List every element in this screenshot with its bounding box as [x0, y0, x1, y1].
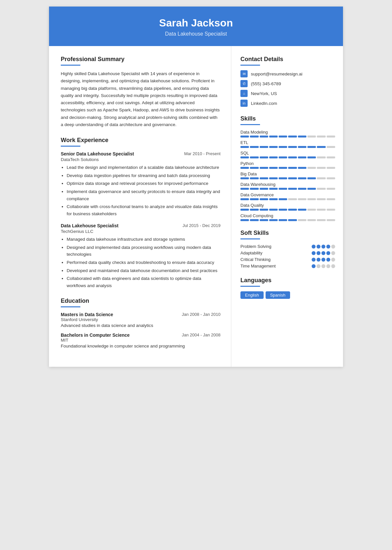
job-date: Jul 2015 - Dec 2019	[183, 223, 220, 228]
job-bullets: Managed data lakehouse infrastructure an…	[61, 236, 220, 289]
skill-segment	[250, 209, 258, 211]
skill-name: Big Data	[240, 171, 335, 176]
skill-segment	[317, 146, 325, 148]
edu-degree: Masters in Data Science	[61, 312, 113, 317]
skill-segment	[298, 188, 306, 190]
skills-section: Skills Data ModelingETLSQLPythonBig Data…	[240, 115, 335, 221]
skill-segment	[288, 219, 297, 221]
edu-item: Bachelors in Computer ScienceJan 2004 - …	[61, 332, 220, 348]
soft-skill-dots	[312, 245, 335, 249]
soft-skill-dot	[326, 258, 330, 262]
skill-segment	[279, 198, 287, 200]
edu-header: Masters in Data ScienceJan 2008 - Jan 20…	[61, 312, 220, 317]
candidate-title: Data Lakehouse Specialist	[62, 31, 330, 37]
skill-segment	[288, 198, 297, 200]
soft-skill-dot	[312, 251, 316, 255]
skill-segment	[279, 209, 287, 211]
skill-segment	[288, 209, 297, 211]
skill-segment	[240, 188, 249, 190]
soft-skill-dot	[321, 264, 325, 268]
soft-skill-dot	[321, 258, 325, 262]
skill-segment	[288, 167, 297, 169]
soft-skill-item: Time Management	[240, 264, 335, 268]
contact-icon: ✆	[240, 80, 248, 87]
skill-segment	[279, 156, 287, 158]
skill-item: Data Governance	[240, 192, 335, 200]
skill-segment	[317, 188, 325, 190]
skill-segment	[240, 198, 249, 200]
skill-segment	[317, 177, 325, 179]
contact-divider	[240, 65, 260, 66]
skill-bar	[240, 167, 335, 169]
list-item: Designed and implemented data processing…	[67, 244, 220, 258]
soft-skills-section: Soft Skills Problem SolvingAdaptabilityC…	[240, 230, 335, 268]
job-item: Data Lakehouse SpecialistJul 2015 - Dec …	[61, 223, 220, 289]
skill-segment	[298, 209, 306, 211]
edu-school: Stanford University	[61, 317, 220, 322]
skill-item: Python	[240, 161, 335, 169]
edu-date: Jan 2008 - Jan 2010	[182, 312, 220, 317]
soft-skill-name: Time Management	[240, 264, 276, 268]
list-item: Managed data lakehouse infrastructure an…	[67, 236, 220, 243]
soft-skill-dot	[331, 251, 335, 255]
skill-segment	[288, 136, 297, 138]
languages-container: EnglishSpanish	[240, 291, 335, 299]
summary-section: Professional Summary Highly skilled Data…	[61, 56, 220, 128]
skill-segment	[250, 167, 258, 169]
skill-segment	[260, 198, 268, 200]
skill-segment	[269, 167, 278, 169]
list-item: Optimize data storage and retrieval proc…	[67, 180, 220, 187]
soft-skill-item: Problem Solving	[240, 244, 335, 249]
soft-skills-title: Soft Skills	[240, 230, 335, 236]
skill-segment	[269, 177, 278, 179]
skill-item: ETL	[240, 140, 335, 148]
skill-segment	[279, 167, 287, 169]
contact-title: Contact Details	[240, 56, 335, 63]
skill-item: Big Data	[240, 171, 335, 179]
skill-name: Cloud Computing	[240, 213, 335, 218]
skill-segment	[327, 219, 335, 221]
skill-segment	[279, 136, 287, 138]
skill-segment	[307, 146, 316, 148]
skill-item: SQL	[240, 151, 335, 158]
work-experience-section: Work Experience Senior Data Lakehouse Sp…	[61, 137, 220, 289]
list-item: Developed and maintained data lakehouse …	[67, 267, 220, 274]
skill-segment	[298, 136, 306, 138]
skill-segment	[307, 167, 316, 169]
skill-segment	[327, 188, 335, 190]
skill-segment	[288, 156, 297, 158]
skill-segment	[260, 167, 268, 169]
skill-segment	[317, 136, 325, 138]
skill-segment	[288, 177, 297, 179]
skill-segment	[240, 167, 249, 169]
soft-skill-dot	[312, 264, 316, 268]
summary-title: Professional Summary	[61, 56, 220, 63]
skill-name: Data Warehousing	[240, 182, 335, 187]
soft-skill-dots	[312, 258, 335, 262]
list-item: Lead the design and implementation of a …	[67, 164, 220, 171]
skill-segment	[260, 136, 268, 138]
skill-bar	[240, 198, 335, 200]
skill-segment	[260, 177, 268, 179]
contact-value: (555) 345-6789	[251, 81, 281, 86]
skill-segment	[327, 209, 335, 211]
soft-skill-dot	[326, 245, 330, 249]
skill-segment	[317, 167, 325, 169]
skill-item: Cloud Computing	[240, 213, 335, 221]
skill-segment	[250, 219, 258, 221]
skill-segment	[250, 156, 258, 158]
soft-skill-dot	[317, 245, 320, 249]
skill-segment	[250, 188, 258, 190]
skill-bar	[240, 219, 335, 221]
education-divider	[61, 306, 80, 307]
skill-segment	[307, 209, 316, 211]
skill-bar	[240, 188, 335, 190]
right-column: Contact Details ✉support@resumedesign.ai…	[231, 46, 343, 367]
contact-icon: ⌂	[240, 90, 248, 97]
soft-skill-dot	[321, 245, 325, 249]
edu-date: Jan 2004 - Jan 2008	[182, 332, 220, 337]
skill-segment	[327, 156, 335, 158]
soft-skill-dot	[326, 264, 330, 268]
contact-item: ✆(555) 345-6789	[240, 80, 335, 87]
edu-desc: Foundational knowledge in computer scien…	[61, 344, 220, 348]
